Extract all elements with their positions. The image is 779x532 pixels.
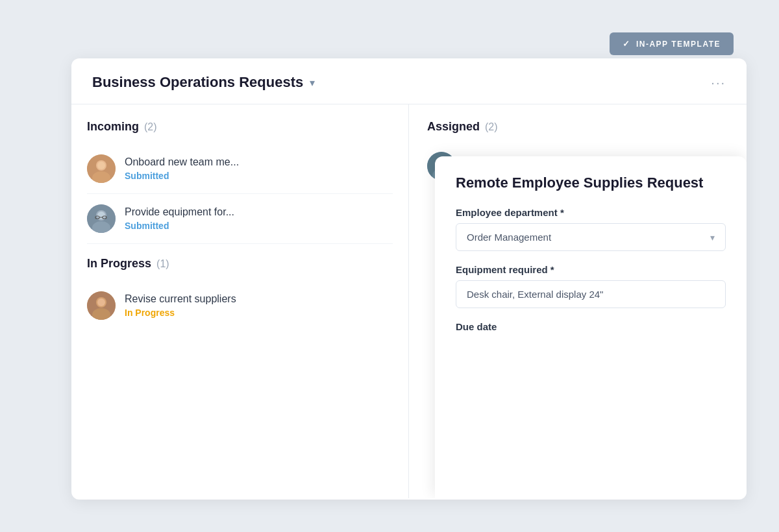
in-app-template-badge: ✓ IN-APP TEMPLATE (610, 32, 734, 55)
main-card: Business Operations Requests ▾ ··· Incom… (71, 58, 747, 500)
title-dropdown-icon[interactable]: ▾ (310, 77, 315, 89)
svg-point-14 (97, 298, 105, 306)
select-arrow-icon: ▾ (710, 232, 715, 243)
due-date-label: Due date (456, 321, 726, 332)
avatar-2 (87, 204, 116, 233)
in-progress-section-header: In Progress (1) (87, 257, 393, 271)
right-panel: Assigned (2) Update Billing da (409, 104, 747, 498)
check-icon: ✓ (623, 39, 631, 49)
form-title: Remote Employee Supplies Request (456, 175, 726, 191)
incoming-item-1-info: Onboard new team me... Submitted (125, 156, 239, 181)
avatar-3 (87, 291, 116, 320)
employee-department-field: Employee department * Order Management ▾ (456, 207, 726, 251)
form-overlay: Remote Employee Supplies Request Employe… (435, 156, 747, 498)
incoming-item-1[interactable]: Onboard new team me... Submitted (87, 144, 393, 194)
page-title: Business Operations Requests (92, 74, 303, 91)
incoming-count: (2) (144, 121, 157, 133)
assigned-count: (2) (485, 121, 498, 133)
equipment-required-field: Equipment required * Desk chair, Externa… (456, 264, 726, 308)
in-progress-item-1-info: Revise current suppliers In Progress (125, 293, 236, 318)
incoming-item-1-status: Submitted (125, 171, 239, 181)
due-date-field: Due date (456, 321, 726, 332)
assigned-section-header: Assigned (2) (427, 120, 728, 134)
card-body: Incoming (2) Onboard new team m (71, 104, 747, 498)
avatar-1 (87, 154, 116, 183)
incoming-label: Incoming (87, 120, 139, 134)
assigned-label: Assigned (427, 120, 480, 134)
title-row: Business Operations Requests ▾ (92, 74, 315, 91)
incoming-item-2-info: Provide equipment for... Submitted (125, 206, 234, 231)
employee-department-value: Order Management (467, 232, 551, 243)
equipment-required-input[interactable]: Desk chair, External display 24" (456, 280, 726, 308)
equipment-required-label: Equipment required * (456, 264, 726, 275)
incoming-section-header: Incoming (2) (87, 120, 393, 134)
in-progress-item-1-title: Revise current suppliers (125, 293, 236, 305)
card-header: Business Operations Requests ▾ ··· (71, 58, 747, 104)
incoming-item-2[interactable]: Provide equipment for... Submitted (87, 194, 393, 244)
more-options-button[interactable]: ··· (711, 75, 726, 90)
in-progress-item-1[interactable]: Revise current suppliers In Progress (87, 281, 393, 330)
left-panel: Incoming (2) Onboard new team m (71, 104, 409, 498)
employee-department-label: Employee department * (456, 207, 726, 218)
svg-point-3 (97, 162, 105, 169)
in-progress-label: In Progress (87, 257, 151, 271)
employee-department-select[interactable]: Order Management ▾ (456, 223, 726, 251)
badge-label: IN-APP TEMPLATE (636, 40, 721, 49)
incoming-item-1-title: Onboard new team me... (125, 156, 239, 168)
in-progress-item-1-status: In Progress (125, 308, 236, 318)
incoming-item-2-title: Provide equipment for... (125, 206, 234, 218)
in-progress-count: (1) (156, 258, 169, 270)
incoming-item-2-status: Submitted (125, 221, 234, 231)
